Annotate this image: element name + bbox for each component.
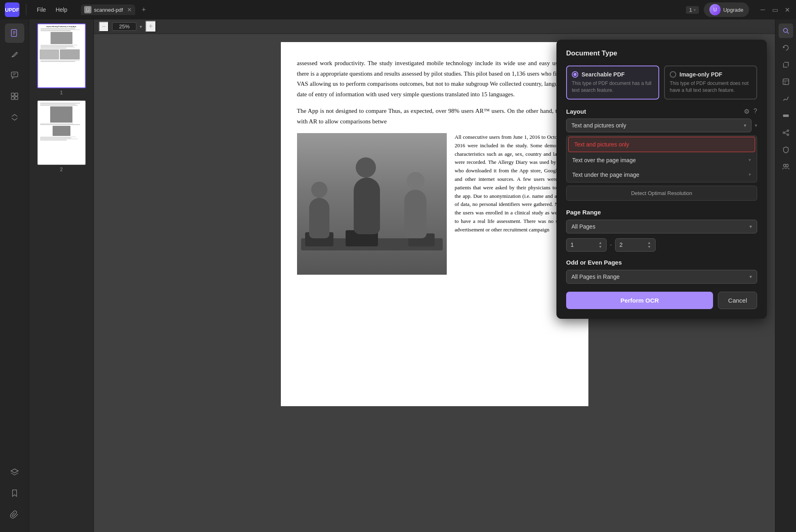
svg-point-23	[787, 130, 789, 131]
thumb-num-2: 2	[60, 167, 63, 172]
svg-rect-3	[87, 10, 88, 11]
image-only-pdf-radio	[670, 71, 676, 78]
page-range-value: All Pages	[571, 223, 595, 230]
window-controls: ─ ▭ ✕	[759, 6, 791, 14]
pdf-side-text: All consecutive users from June 1, 2016 …	[447, 133, 572, 275]
right-redact-button[interactable]	[779, 108, 793, 123]
sidebar-item-bookmark[interactable]	[5, 483, 24, 503]
layout-option-text-over[interactable]: Text over the page image ▾	[567, 153, 757, 167]
pdf-paragraph-1: assessed work productivity. The study in…	[297, 58, 572, 100]
radio-inner	[573, 73, 577, 76]
maximize-button[interactable]: ▭	[771, 6, 779, 14]
close-button[interactable]: ✕	[783, 6, 791, 14]
sidebar-item-convert[interactable]	[5, 108, 24, 127]
right-collab-button[interactable]	[779, 159, 793, 174]
sidebar-item-document[interactable]	[5, 23, 24, 43]
right-rotate-button[interactable]	[779, 40, 793, 55]
menu-help[interactable]: Help	[52, 5, 72, 15]
tab-add-icon[interactable]: +	[142, 6, 146, 14]
odd-even-dropdown[interactable]: All Pages in Range ▾	[566, 270, 757, 284]
sidebar-item-edit[interactable]	[5, 87, 24, 106]
svg-point-17	[783, 28, 788, 32]
zoom-in-button[interactable]: +	[145, 21, 156, 32]
layout-help-icon[interactable]: ?	[754, 108, 757, 115]
svg-line-27	[785, 133, 787, 134]
menu-file[interactable]: File	[33, 5, 50, 15]
chevron-right-2-icon: ▾	[749, 172, 751, 177]
right-crop-button[interactable]	[779, 57, 793, 72]
doc-type-section: Searchable PDF This type of PDF document…	[566, 66, 757, 100]
sidebar-item-attachment[interactable]	[5, 504, 24, 524]
zoom-out-button[interactable]: −	[99, 21, 109, 32]
main-layout: Improve Working Productivity in Using Ap…	[0, 19, 796, 532]
layout-header: Layout ⚙ ?	[566, 108, 757, 115]
page-from-input[interactable]: 1 ▲ ▼	[566, 238, 607, 252]
content-area: − 25% ▾ + assessed work productivity. Th…	[94, 19, 775, 532]
page-range-section: Page Range All Pages ▾ 1 ▲ ▼ - 2	[566, 209, 757, 252]
svg-line-26	[785, 131, 787, 132]
searchable-pdf-radio	[572, 71, 578, 78]
svg-point-24	[783, 132, 785, 134]
svg-point-29	[786, 164, 788, 167]
layout-dropdown[interactable]: Text and pictures only ▾	[566, 119, 751, 132]
right-protect-button[interactable]	[779, 142, 793, 157]
sidebar-item-annotate[interactable]	[5, 45, 24, 64]
cancel-button[interactable]: Cancel	[718, 292, 757, 309]
sidebar-item-layers[interactable]	[5, 462, 24, 482]
svg-rect-1	[87, 8, 89, 9]
thumbnail-2[interactable]: 2	[37, 100, 86, 172]
thumbnail-image-2	[37, 100, 86, 165]
page-from-down[interactable]: ▼	[599, 245, 602, 249]
svg-rect-22	[783, 114, 789, 117]
page-chevron-icon: ▾	[694, 8, 696, 12]
page-range-dropdown[interactable]: All Pages ▾	[566, 220, 757, 233]
zoom-input[interactable]: 25%	[112, 22, 136, 31]
zoom-chevron-icon: ▾	[140, 24, 142, 30]
layout-option-2-label: Text over the page image	[572, 157, 636, 163]
page-from-spinners: ▲ ▼	[599, 241, 602, 249]
page-to-up[interactable]: ▲	[647, 241, 651, 245]
right-search-button[interactable]	[779, 23, 793, 38]
thumb-num-1: 1	[60, 90, 63, 95]
right-share-button[interactable]	[779, 125, 793, 140]
thumb-content-1: Improve Working Productivity in Using Ap…	[38, 24, 85, 87]
page-from-value: 1	[571, 242, 574, 248]
left-sidebar	[0, 19, 29, 532]
right-watermark-button[interactable]	[779, 74, 793, 89]
page-range-label: Page Range	[566, 209, 757, 216]
page-to-input[interactable]: 2 ▲ ▼	[615, 238, 656, 252]
tab-close-icon[interactable]: ✕	[127, 6, 132, 13]
thumb-title: Improve Working Productivity in Using Ap…	[40, 26, 83, 28]
page-to-spinners: ▲ ▼	[647, 241, 651, 249]
avatar: U	[709, 4, 721, 15]
detect-optimal-button[interactable]: Detect Optimal Resolution	[566, 186, 757, 201]
layout-option-text-under[interactable]: Text under the page image ▾	[567, 167, 757, 182]
svg-point-25	[787, 134, 789, 136]
svg-point-28	[783, 164, 786, 167]
image-only-pdf-desc: This type of PDF document does not have …	[670, 80, 751, 94]
thumbnail-1[interactable]: Improve Working Productivity in Using Ap…	[37, 23, 86, 95]
pdf-page: assessed work productivity. The study in…	[281, 42, 588, 406]
upgrade-button[interactable]: U Upgrade	[704, 2, 749, 17]
searchable-pdf-option[interactable]: Searchable PDF This type of PDF document…	[566, 66, 659, 100]
perform-ocr-button[interactable]: Perform OCR	[566, 292, 713, 309]
thumb-content-2	[38, 101, 85, 165]
minimize-button[interactable]: ─	[759, 6, 767, 14]
layout-option-1-label: Text and pictures only	[574, 141, 629, 148]
pdf-image-section: All consecutive users from June 1, 2016 …	[297, 133, 572, 275]
page-to-down[interactable]: ▼	[647, 245, 651, 249]
page-from-up[interactable]: ▲	[599, 241, 602, 245]
odd-even-arrow: ▾	[749, 274, 752, 280]
tab-name[interactable]: scanned-pdf	[94, 7, 123, 13]
page-range-inputs: 1 ▲ ▼ - 2 ▲ ▼	[566, 238, 757, 252]
page-range-arrow: ▾	[749, 224, 752, 229]
layout-extra-chevron: ▾	[755, 123, 757, 128]
image-only-pdf-option[interactable]: Image-only PDF This type of PDF document…	[664, 66, 757, 100]
right-sign-button[interactable]	[779, 91, 793, 106]
layout-settings-icon[interactable]: ⚙	[744, 108, 749, 115]
sidebar-item-comment[interactable]	[5, 66, 24, 85]
layout-option-text-pictures[interactable]: Text and pictures only	[568, 137, 755, 152]
panel-title: Document Type	[566, 49, 757, 57]
page-indicator[interactable]: 1 ▾	[686, 6, 699, 14]
page-to-value: 2	[620, 242, 623, 248]
